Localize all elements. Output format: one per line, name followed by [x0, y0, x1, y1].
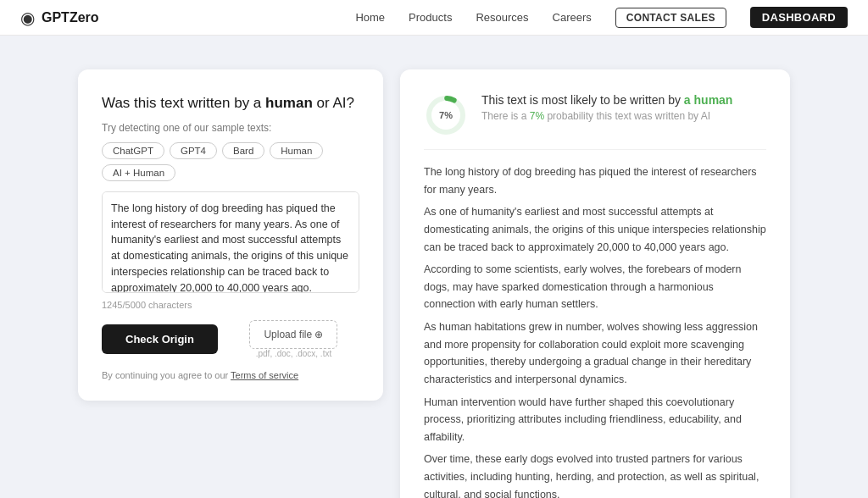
tos-text: By continuing you agree to our Terms of … [102, 370, 359, 380]
nav-resources[interactable]: Resources [476, 11, 528, 24]
input-card: Was this text written by a human or AI? … [78, 69, 383, 401]
result-paragraph-4: Human intervention would have further sh… [424, 394, 766, 446]
char-count: 1245/5000 characters [102, 300, 359, 310]
result-paragraph-1: As one of humanity's earliest and most s… [424, 203, 766, 256]
result-header: 7% This text is most likely to be writte… [424, 93, 766, 150]
logo-icon: ◉ [20, 8, 35, 28]
sample-label: Try detecting one of our sample texts: [102, 122, 359, 134]
nav-products[interactable]: Products [409, 11, 452, 24]
nav-careers[interactable]: Careers [553, 11, 592, 24]
result-paragraph-2: According to some scientists, early wolv… [424, 261, 766, 313]
title-bold: human [265, 95, 313, 111]
main-content: Was this text written by a human or AI? … [0, 36, 868, 498]
result-title-prefix: This text is most likely to be written b… [481, 93, 684, 107]
dashboard-button[interactable]: DASHBOARD [750, 7, 848, 28]
header: ◉ GPTZero Home Products Resources Career… [0, 0, 868, 36]
sample-chips: ChatGPT GPT4 Bard Human AI + Human [102, 142, 359, 181]
upload-file-button[interactable]: Upload file ⊕ [249, 320, 337, 349]
chip-chatgpt[interactable]: ChatGPT [102, 142, 164, 159]
nav-home[interactable]: Home [355, 11, 385, 24]
title-prefix: Was this text written by a [102, 95, 265, 111]
upload-label: Upload file ⊕ [264, 329, 323, 340]
chip-ai-human[interactable]: AI + Human [102, 164, 175, 181]
result-sub-suffix: probability this text was written by AI [544, 110, 710, 122]
upload-sub: .pdf, .doc, .docx, .txt [256, 349, 332, 358]
chip-bard[interactable]: Bard [222, 142, 264, 159]
result-human-label: a human [684, 93, 733, 107]
logo-text: GPTZero [42, 10, 99, 25]
result-meta: This text is most likely to be written b… [481, 93, 732, 122]
tos-link[interactable]: Terms of service [231, 370, 298, 380]
title-suffix: or AI? [313, 95, 354, 111]
result-title: This text is most likely to be written b… [481, 93, 732, 107]
check-origin-button[interactable]: Check Origin [102, 324, 218, 354]
text-input[interactable]: The long history of dog breeding has piq… [102, 191, 359, 293]
result-body: The long history of dog breeding has piq… [424, 163, 766, 498]
donut-label: 7% [439, 110, 453, 120]
logo-area: ◉ GPTZero [20, 8, 99, 28]
chip-gpt4[interactable]: GPT4 [170, 142, 217, 159]
card-title: Was this text written by a human or AI? [102, 93, 359, 113]
result-paragraph-0: The long history of dog breeding has piq… [424, 163, 766, 198]
tos-prefix: By continuing you agree to our [102, 370, 231, 380]
nav: Home Products Resources Careers CONTACT … [355, 7, 848, 28]
result-subtitle: There is a 7% probability this text was … [481, 110, 732, 122]
contact-sales-button[interactable]: CONTACT SALES [615, 8, 726, 28]
result-pct: 7% [530, 110, 544, 122]
chip-human[interactable]: Human [270, 142, 323, 159]
result-paragraph-3: As human habitations grew in number, wol… [424, 318, 766, 389]
result-card: 7% This text is most likely to be writte… [400, 69, 790, 498]
donut-chart: 7% [424, 93, 468, 137]
actions-row: Check Origin Upload file ⊕ .pdf, .doc, .… [102, 320, 359, 358]
result-sub-prefix: There is a [481, 110, 530, 122]
result-paragraph-5: Over time, these early dogs evolved into… [424, 451, 766, 498]
